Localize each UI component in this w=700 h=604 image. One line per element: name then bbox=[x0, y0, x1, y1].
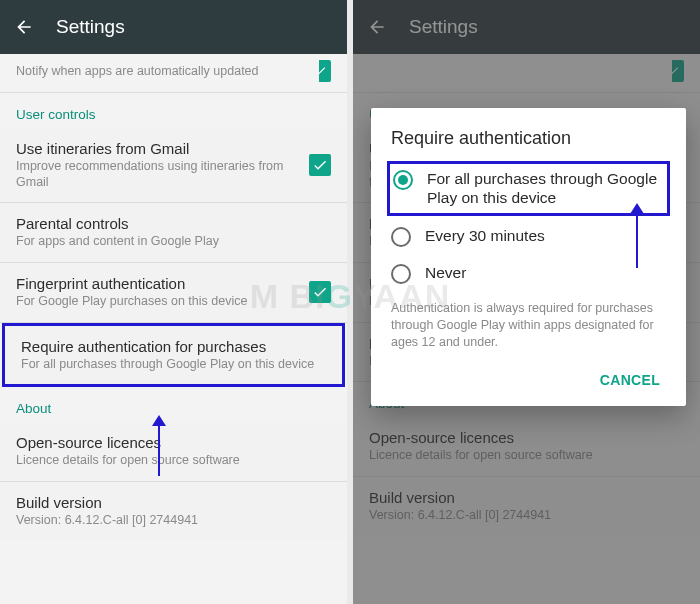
item-fingerprint-auth[interactable]: Fingerprint authentication For Google Pl… bbox=[0, 263, 347, 323]
item-secondary: For Google Play purchases on this device bbox=[16, 294, 299, 310]
radio-label: For all purchases through Google Play on… bbox=[427, 169, 664, 208]
annotation-arrow-icon bbox=[636, 212, 638, 268]
radio-option-every-30-min[interactable]: Every 30 minutes bbox=[391, 218, 666, 255]
checkbox-checked-icon[interactable] bbox=[319, 60, 331, 82]
item-require-auth[interactable]: Require authentication for purchases For… bbox=[5, 326, 342, 385]
item-secondary: For all purchases through Google Play on… bbox=[21, 357, 326, 373]
back-icon[interactable] bbox=[14, 17, 34, 37]
dialog-note: Authentication is always required for pu… bbox=[391, 300, 666, 351]
item-parental-controls[interactable]: Parental controls For apps and content i… bbox=[0, 203, 347, 263]
item-primary: Open-source licences bbox=[16, 434, 331, 451]
item-primary: Parental controls bbox=[16, 215, 331, 232]
item-primary: Use itineraries from Gmail bbox=[16, 140, 299, 157]
item-open-source-licences[interactable]: Open-source licences Licence details for… bbox=[0, 422, 347, 482]
radio-option-all-purchases[interactable]: For all purchases through Google Play on… bbox=[387, 161, 670, 216]
appbar: Settings bbox=[0, 0, 347, 54]
settings-screen-right: Settings User controls Us Imp fro Pa For bbox=[353, 0, 700, 604]
settings-screen-left: Settings Notify when apps are automatica… bbox=[0, 0, 347, 604]
auto-update-subtext: Notify when apps are automatically updat… bbox=[16, 64, 259, 78]
radio-unselected-icon bbox=[391, 227, 411, 247]
annotation-highlight-box: Require authentication for purchases For… bbox=[2, 323, 345, 388]
require-auth-dialog: Require authentication For all purchases… bbox=[371, 108, 686, 406]
dialog-title: Require authentication bbox=[391, 128, 666, 149]
auto-update-subtext-row[interactable]: Notify when apps are automatically updat… bbox=[0, 54, 347, 93]
radio-unselected-icon bbox=[391, 264, 411, 284]
radio-selected-icon bbox=[393, 170, 413, 190]
item-primary: Fingerprint authentication bbox=[16, 275, 299, 292]
item-build-version[interactable]: Build version Version: 6.4.12.C-all [0] … bbox=[0, 482, 347, 541]
item-use-itineraries[interactable]: Use itineraries from Gmail Improve recom… bbox=[0, 128, 347, 203]
item-primary: Build version bbox=[16, 494, 331, 511]
item-secondary: Version: 6.4.12.C-all [0] 2744941 bbox=[16, 513, 331, 529]
page-title: Settings bbox=[56, 16, 125, 38]
annotation-arrow-icon bbox=[158, 424, 160, 476]
item-primary: Require authentication for purchases bbox=[21, 338, 326, 355]
cancel-button[interactable]: CANCEL bbox=[594, 364, 666, 396]
item-secondary: For apps and content in Google Play bbox=[16, 234, 331, 250]
section-about: About bbox=[0, 387, 347, 422]
radio-label: Every 30 minutes bbox=[425, 226, 545, 245]
checkbox-checked-icon[interactable] bbox=[309, 281, 331, 303]
section-user-controls: User controls bbox=[0, 93, 347, 128]
radio-label: Never bbox=[425, 263, 466, 282]
item-secondary: Licence details for open source software bbox=[16, 453, 331, 469]
radio-option-never[interactable]: Never bbox=[391, 255, 666, 292]
item-secondary: Improve recommendations using itinerarie… bbox=[16, 159, 299, 190]
checkbox-checked-icon[interactable] bbox=[309, 154, 331, 176]
